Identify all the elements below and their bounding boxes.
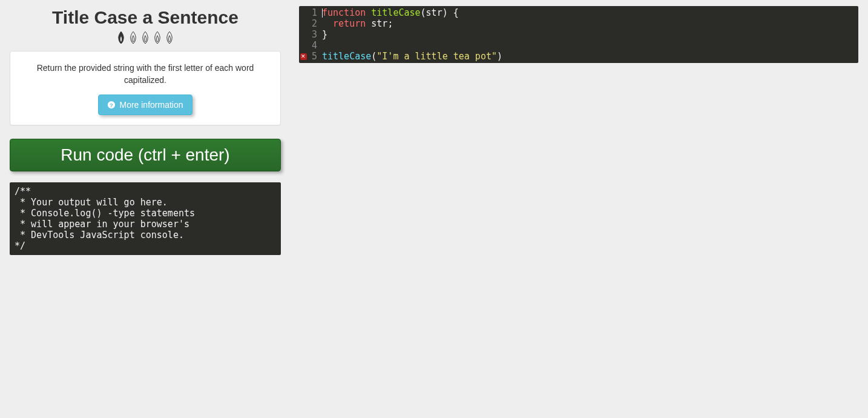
line-number: 1 — [307, 7, 320, 18]
code-token: return — [333, 18, 371, 29]
flame-icon — [115, 30, 127, 45]
more-info-button[interactable]: ? More information — [98, 95, 192, 115]
output-console: /** * Your output will go here. * Consol… — [10, 182, 281, 255]
gutter-marker: ✕ — [299, 51, 307, 62]
code-token: } — [322, 29, 327, 40]
flame-icon — [139, 30, 151, 45]
code-line[interactable]: 3} — [299, 29, 858, 40]
code-content[interactable]: return str; — [320, 18, 393, 29]
code-content[interactable]: titleCase("I'm a little tea pot") — [320, 51, 502, 62]
code-token — [322, 18, 333, 29]
line-number: 4 — [307, 40, 320, 51]
code-token: str — [371, 18, 387, 29]
code-line[interactable]: 1function titleCase(str) { — [299, 7, 858, 18]
run-code-button[interactable]: Run code (ctrl + enter) — [10, 139, 281, 171]
code-token: function — [322, 7, 371, 18]
code-token: titleCase — [322, 51, 371, 62]
code-content[interactable]: function titleCase(str) { — [320, 7, 459, 18]
more-info-label: More information — [119, 100, 183, 110]
code-token: ; — [387, 18, 393, 29]
line-number: 3 — [307, 29, 320, 40]
code-token: ( — [421, 7, 426, 18]
line-number: 2 — [307, 18, 320, 29]
help-icon: ? — [107, 101, 116, 109]
flame-icon — [127, 30, 139, 45]
challenge-description: Return the provided string with the firs… — [20, 62, 271, 86]
code-content[interactable]: } — [320, 29, 327, 40]
code-token: "I'm a little tea pot" — [376, 51, 497, 62]
difficulty-flames — [10, 30, 281, 45]
code-token: str — [426, 7, 442, 18]
flame-icon — [163, 30, 176, 45]
code-line[interactable]: ✕5titleCase("I'm a little tea pot") — [299, 51, 858, 62]
flame-icon — [151, 30, 163, 45]
challenge-title: Title Case a Sentence — [10, 7, 281, 28]
code-editor[interactable]: 1function titleCase(str) {2 return str;3… — [299, 6, 858, 63]
description-panel: Return the provided string with the firs… — [10, 51, 281, 125]
error-icon: ✕ — [300, 53, 307, 60]
svg-text:?: ? — [110, 102, 114, 108]
code-token: ) { — [442, 7, 459, 18]
code-line[interactable]: 4 — [299, 40, 858, 51]
code-token: ( — [371, 51, 376, 62]
code-line[interactable]: 2 return str; — [299, 18, 858, 29]
line-number: 5 — [307, 51, 320, 62]
code-token: titleCase — [371, 7, 420, 18]
code-token: ) — [497, 51, 502, 62]
